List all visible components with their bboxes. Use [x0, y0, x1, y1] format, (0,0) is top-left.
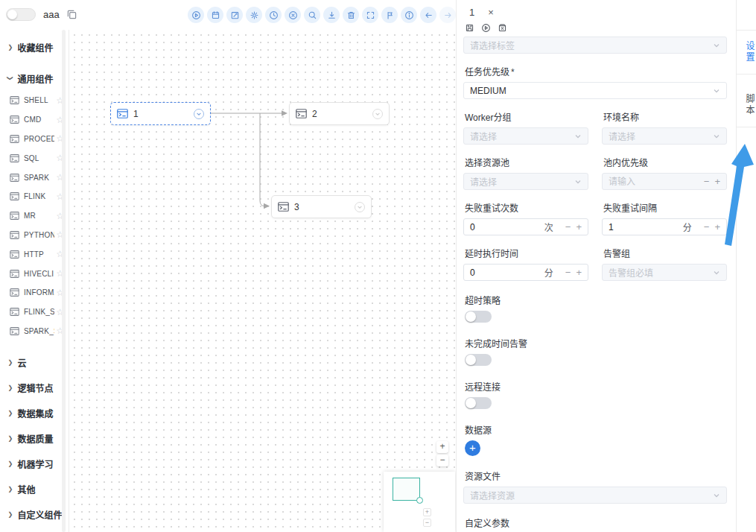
- priority-select[interactable]: MEDIUM: [463, 82, 727, 99]
- dag-canvas[interactable]: 123 + − + −: [69, 30, 456, 532]
- sidebar-category-2[interactable]: ❯数据集成: [0, 400, 69, 425]
- calendar-icon[interactable]: [207, 7, 223, 23]
- increment-icon[interactable]: +: [714, 222, 720, 232]
- sidebar-section-general[interactable]: ❯通用组件: [0, 66, 69, 91]
- zoom-in-button[interactable]: +: [436, 441, 448, 453]
- search-icon[interactable]: [304, 7, 320, 23]
- timeout-policy-toggle[interactable]: [465, 311, 492, 323]
- component-item-spark[interactable]: SPARK☆: [0, 168, 69, 187]
- sidebar-section-favorites[interactable]: ❯收藏组件: [0, 34, 69, 60]
- minimap-resize-handle[interactable]: [416, 497, 423, 504]
- gear-icon[interactable]: [246, 7, 262, 23]
- increment-icon[interactable]: +: [714, 177, 720, 186]
- sidebar-category-4[interactable]: ❯机器学习: [0, 451, 69, 476]
- env-name-select[interactable]: 请选择: [602, 127, 727, 145]
- remote-connection-toggle[interactable]: [465, 397, 492, 409]
- pool-priority-input[interactable]: − +: [602, 173, 727, 190]
- incomplete-alert-toggle[interactable]: [465, 354, 492, 366]
- side-tab-script[interactable]: 脚本: [737, 83, 756, 127]
- component-item-python[interactable]: PYTHON☆: [0, 226, 69, 245]
- task-settings-panel: 1 × 请选择标签 任务优先级* MEDIUM Worker分组 请选择 环境名…: [456, 0, 736, 532]
- zoom-out-button[interactable]: −: [436, 455, 448, 466]
- dag-node-3[interactable]: 3: [271, 195, 372, 218]
- task-tab[interactable]: 1 ×: [463, 0, 727, 19]
- component-item-mr[interactable]: MR☆: [0, 206, 69, 226]
- component-item-informati[interactable]: INFORMATI...☆: [0, 283, 69, 303]
- increment-icon[interactable]: +: [576, 267, 582, 277]
- node-menu-icon[interactable]: [194, 109, 204, 119]
- sidebar-category-3[interactable]: ❯数据质量: [0, 425, 69, 451]
- fail-retry-times-field[interactable]: [470, 222, 544, 232]
- flink-icon: [10, 192, 19, 200]
- resource-pool-select[interactable]: 请选择: [463, 173, 588, 190]
- chevron-down-icon: [574, 133, 582, 140]
- sidebar-category-0[interactable]: ❯云: [0, 349, 69, 375]
- copy-icon[interactable]: [67, 10, 77, 19]
- online-toggle[interactable]: [6, 8, 36, 21]
- component-item-sparkst[interactable]: SPARK_ST...☆: [0, 322, 69, 341]
- hivecli-icon: [10, 270, 19, 278]
- delay-time-input[interactable]: 分 − +: [463, 264, 588, 281]
- minimap[interactable]: + −: [384, 472, 455, 532]
- format-icon[interactable]: [381, 7, 398, 23]
- fail-retry-interval-label: 失败重试间隔: [603, 201, 727, 214]
- component-item-sql[interactable]: SQL☆: [0, 148, 69, 168]
- arrow-left-icon[interactable]: [420, 7, 436, 23]
- fullscreen-icon[interactable]: [362, 7, 378, 23]
- worker-group-select[interactable]: 请选择: [463, 127, 588, 145]
- add-datasource-button[interactable]: +: [465, 440, 480, 456]
- tag-select[interactable]: 请选择标签: [463, 37, 727, 54]
- sidebar-category-1[interactable]: ❯逻辑节点: [0, 375, 69, 400]
- workflow-name: aaa: [43, 9, 60, 20]
- component-item-http[interactable]: HTTP☆: [0, 244, 69, 264]
- close-icon[interactable]: ×: [488, 7, 494, 18]
- increment-icon[interactable]: +: [576, 222, 582, 232]
- node-menu-icon[interactable]: [372, 109, 383, 119]
- spark-stream-icon: [10, 327, 19, 335]
- fail-retry-interval-input[interactable]: 分 − +: [602, 218, 727, 235]
- decrement-icon[interactable]: −: [704, 177, 710, 186]
- info-icon[interactable]: [401, 7, 417, 23]
- dag-node-1[interactable]: 1: [110, 102, 211, 125]
- alert-group-select[interactable]: 告警组必填: [602, 264, 727, 281]
- chevron-right-icon: ❯: [7, 435, 13, 442]
- fail-retry-times-input[interactable]: 次 − +: [463, 218, 588, 235]
- node-menu-icon[interactable]: [355, 202, 365, 212]
- minimap-zoom-out-button[interactable]: −: [423, 519, 431, 527]
- minimap-zoom-in-button[interactable]: +: [423, 508, 431, 516]
- clock-icon[interactable]: [265, 7, 282, 23]
- sidebar-category-6[interactable]: ❯自定义组件: [0, 501, 69, 527]
- fail-retry-interval-field[interactable]: [609, 222, 683, 232]
- decrement-icon[interactable]: −: [565, 267, 571, 277]
- download-icon[interactable]: [323, 7, 340, 23]
- component-item-cmd[interactable]: CMD☆: [0, 110, 69, 130]
- component-item-procedure[interactable]: PROCEDURE☆: [0, 130, 69, 149]
- play-icon[interactable]: [188, 7, 204, 23]
- incomplete-alert-label: 未完成时间告警: [465, 337, 727, 349]
- component-item-flinkstr[interactable]: FLINK_STR...☆: [0, 303, 69, 322]
- component-item-flink[interactable]: FLINK☆: [0, 187, 69, 206]
- sidebar-category-5[interactable]: ❯其他: [0, 476, 69, 501]
- delay-time-field[interactable]: [470, 267, 544, 278]
- arrow-right-icon[interactable]: [439, 7, 456, 23]
- dag-node-2[interactable]: 2: [289, 102, 390, 125]
- decrement-icon[interactable]: −: [565, 222, 571, 232]
- plus-icon: +: [469, 441, 476, 454]
- minimap-viewport[interactable]: [393, 478, 420, 501]
- remove-icon[interactable]: [498, 23, 507, 33]
- trash-icon[interactable]: [343, 7, 359, 23]
- procedure-icon: [10, 135, 19, 143]
- sidebar-scrollbar[interactable]: [62, 30, 66, 532]
- pool-priority-field[interactable]: [609, 177, 699, 187]
- side-tab-settings[interactable]: 设置: [737, 30, 756, 75]
- resource-file-select[interactable]: 请选择资源: [463, 487, 727, 504]
- save-icon[interactable]: [465, 23, 474, 33]
- close-circle-icon[interactable]: [285, 7, 301, 23]
- run-icon[interactable]: [481, 23, 491, 33]
- component-item-shell[interactable]: SHELL☆: [0, 91, 69, 110]
- decrement-icon[interactable]: −: [704, 222, 710, 232]
- component-item-hivecli[interactable]: HIVECLI☆: [0, 264, 69, 283]
- edit-icon[interactable]: [226, 7, 243, 23]
- informatica-icon: [10, 288, 19, 297]
- custom-params-label: 自定义参数: [465, 516, 727, 529]
